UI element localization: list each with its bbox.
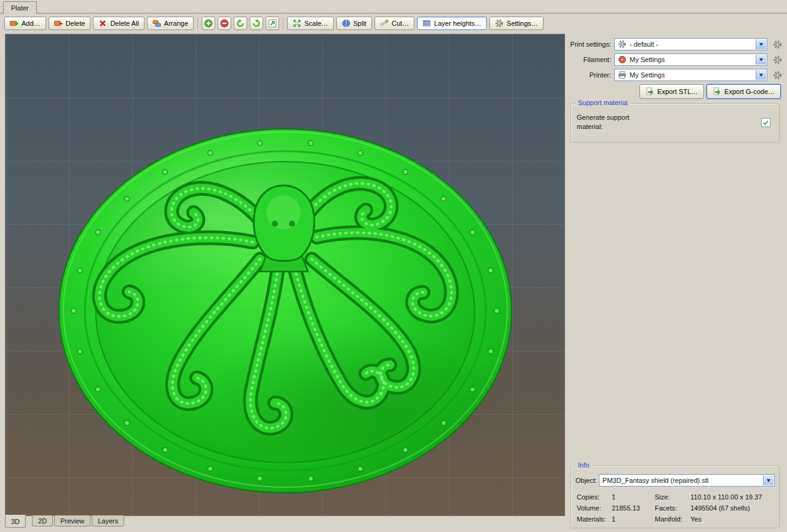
- printer-select[interactable]: My Settings: [614, 69, 767, 81]
- filament-select[interactable]: My Settings: [614, 53, 767, 66]
- info-row: Materials: 1 Manifold: Yes: [577, 515, 775, 525]
- info-row: Volume: 21855.13 Facets: 1495504 (67 she…: [577, 504, 775, 514]
- volume-label: Volume:: [577, 504, 601, 512]
- settings-button[interactable]: Settings…: [489, 17, 544, 30]
- support-material-group-title: Support material: [575, 99, 630, 106]
- more-copies-button[interactable]: [202, 17, 215, 30]
- rotate-cw-icon: [252, 19, 261, 28]
- check-icon: [762, 119, 769, 126]
- view-tab-layers-label: Layers: [98, 517, 118, 525]
- view-tab-preview[interactable]: Preview: [54, 515, 90, 526]
- materials-label: Materials:: [577, 515, 606, 523]
- size-value: 110.10 x 110.00 x 19.37: [690, 493, 762, 501]
- chevron-down-icon: [759, 74, 763, 77]
- copies-label: Copies:: [577, 493, 599, 501]
- arrange-icon: [152, 19, 161, 28]
- toolbar-separator: [197, 18, 198, 29]
- export-buttons: Export STL… Export G-code…: [639, 84, 781, 99]
- export-stl-label: Export STL…: [657, 88, 698, 95]
- view-tab-3d[interactable]: 3D: [5, 515, 26, 528]
- filament-value: My Settings: [630, 56, 665, 63]
- support-material-group: Support material Generate support materi…: [571, 103, 780, 143]
- print-settings-label: Print settings:: [568, 41, 611, 48]
- view-tab-2d[interactable]: 2D: [32, 515, 53, 526]
- arrange-button-label: Arrange: [164, 20, 188, 27]
- facets-label: Facets:: [655, 504, 677, 512]
- object-row: Object: PM3D_Fantasy shield (repaired).s…: [575, 474, 775, 487]
- print-settings-gear-button[interactable]: [773, 40, 782, 49]
- plate-object-shield[interactable]: [6, 34, 564, 515]
- dropdown-arrow-button[interactable]: [756, 39, 766, 49]
- print-settings-value: - default -: [630, 41, 658, 48]
- layer-heights-icon: [422, 19, 431, 28]
- export-gcode-icon: [713, 87, 721, 96]
- chevron-down-icon: [767, 479, 770, 482]
- manifold-label: Manifold:: [655, 515, 682, 523]
- dropdown-arrow-button[interactable]: [756, 55, 766, 65]
- export-stl-icon: [646, 87, 654, 96]
- generate-support-checkbox[interactable]: [761, 118, 770, 127]
- settings-gear-icon: [495, 19, 504, 28]
- scale-button[interactable]: Scale…: [287, 17, 334, 30]
- dropdown-arrow-button[interactable]: [763, 475, 773, 485]
- settings-button-label: Settings…: [507, 20, 538, 27]
- printer-gear-button[interactable]: [773, 71, 782, 80]
- copies-value: 1: [612, 493, 615, 501]
- delete-button[interactable]: Delete: [49, 17, 91, 30]
- plus-icon: [204, 19, 213, 28]
- 3d-viewport[interactable]: [5, 34, 565, 516]
- filament-gear-button[interactable]: [773, 55, 782, 65]
- cut-icon: [380, 19, 389, 28]
- cut-button[interactable]: Cut…: [374, 17, 414, 30]
- layer-heights-button[interactable]: Layer heights…: [417, 17, 487, 30]
- rotate-ccw-icon: [236, 19, 245, 28]
- export-gcode-button[interactable]: Export G-code…: [706, 84, 781, 99]
- info-row: Copies: 1 Size: 110.10 x 110.00 x 19.37: [577, 493, 775, 503]
- dropdown-arrow-button[interactable]: [756, 70, 766, 80]
- scale-button-label: Scale…: [304, 20, 328, 27]
- rotate-cw-button[interactable]: [250, 17, 263, 30]
- delete-all-icon: [98, 19, 107, 28]
- add-button[interactable]: Add…: [4, 17, 46, 30]
- toolbar-separator: [283, 18, 283, 29]
- export-gcode-label: Export G-code…: [724, 88, 775, 95]
- filament-label: Filament:: [568, 56, 611, 63]
- chevron-down-icon: [759, 58, 763, 61]
- info-group: Info Object: PM3D_Fantasy shield (repair…: [571, 466, 780, 528]
- printer-row: Printer: My Settings: [568, 69, 782, 81]
- filament-row: Filament: My Settings: [568, 53, 782, 66]
- toolbar: Add… Delete Delete All Arrange Scale… Sp…: [4, 16, 544, 31]
- generate-support-label: Generate support material:: [577, 113, 657, 131]
- tabstrip-divider: [0, 13, 787, 14]
- chevron-down-icon: [759, 43, 763, 46]
- layer-heights-button-label: Layer heights…: [434, 20, 481, 27]
- object-select[interactable]: PM3D_Fantasy shield (repaired).stl: [599, 474, 775, 487]
- info-group-title: Info: [575, 461, 591, 469]
- filament-spool-icon: [618, 55, 627, 64]
- object-label: Object:: [575, 477, 597, 484]
- view-tabs: 3D 2D Preview Layers: [5, 515, 125, 528]
- cut-button-label: Cut…: [392, 20, 409, 27]
- scale-to-fit-button[interactable]: [266, 17, 279, 30]
- print-settings-select[interactable]: - default -: [614, 38, 767, 50]
- split-icon: [342, 19, 350, 28]
- add-button-label: Add…: [22, 20, 41, 27]
- delete-all-button-label: Delete All: [110, 20, 138, 27]
- gear-icon: [618, 40, 627, 49]
- tab-plater[interactable]: Plater: [3, 1, 37, 14]
- view-tab-2d-label: 2D: [38, 517, 47, 525]
- view-tab-layers[interactable]: Layers: [92, 515, 124, 526]
- scale-icon: [293, 19, 301, 28]
- split-button[interactable]: Split: [336, 17, 372, 30]
- export-stl-button[interactable]: Export STL…: [639, 84, 704, 99]
- fewer-copies-button[interactable]: [218, 17, 231, 30]
- arrange-button[interactable]: Arrange: [147, 17, 194, 30]
- split-button-label: Split: [354, 20, 366, 27]
- printer-label: Printer:: [568, 71, 611, 79]
- rotate-ccw-button[interactable]: [234, 17, 247, 30]
- printer-icon: [618, 71, 627, 79]
- size-label: Size:: [655, 493, 670, 501]
- delete-all-button[interactable]: Delete All: [93, 17, 144, 30]
- view-tab-3d-label: 3D: [11, 518, 20, 525]
- add-icon: [10, 19, 18, 28]
